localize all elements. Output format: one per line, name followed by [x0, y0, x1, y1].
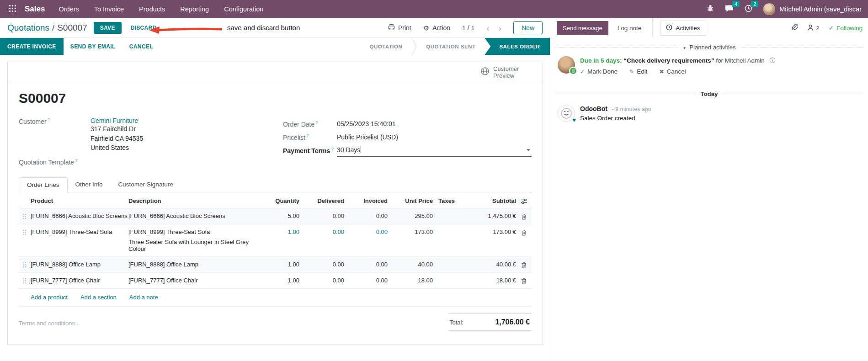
menu-orders[interactable]: Orders	[59, 5, 79, 13]
dropdown-caret-icon[interactable]	[527, 149, 530, 151]
drag-handle-icon[interactable]	[19, 212, 31, 219]
cell-product[interactable]: [FURN_6666] Acoustic Bloc Screens	[31, 212, 128, 219]
stage-quotation-sent[interactable]: QUOTATION SENT	[417, 38, 485, 55]
breadcrumb-quotations-link[interactable]: Quotations	[7, 23, 49, 32]
print-button[interactable]: Print	[388, 24, 411, 32]
order-date-field[interactable]: 05/25/2023 15:40:01	[337, 120, 395, 127]
pager-next-icon[interactable]: ›	[499, 24, 501, 32]
menu-to-invoice[interactable]: To Invoice	[94, 5, 124, 13]
check-icon: ✓	[829, 24, 834, 32]
new-button[interactable]: New	[513, 21, 543, 34]
log-note-button[interactable]: Log note	[616, 21, 644, 35]
following-button[interactable]: ✓ Following	[829, 24, 863, 32]
cell-subtotal: 1,475.00 €	[472, 212, 516, 219]
optional-columns-icon[interactable]	[516, 197, 532, 204]
action-button[interactable]: ⚙ Action	[423, 24, 450, 32]
payment-terms-field[interactable]: 30 Days	[337, 143, 532, 157]
col-description[interactable]: Description	[128, 197, 263, 204]
menu-reporting[interactable]: Reporting	[180, 5, 209, 13]
send-by-email-button[interactable]: SEND BY EMAIL	[64, 38, 122, 55]
col-unit-price[interactable]: Unit Price	[388, 197, 433, 204]
cell-quantity[interactable]: 1.00	[263, 277, 299, 284]
cell-description[interactable]: [FURN_8888] Office Lamp	[128, 261, 263, 268]
delete-row-icon[interactable]	[516, 212, 532, 220]
stage-sales-order[interactable]: SALES ORDER	[485, 38, 550, 55]
col-subtotal[interactable]: Subtotal	[472, 197, 516, 204]
cell-product[interactable]: [FURN_8888] Office Lamp	[31, 261, 128, 268]
delete-row-icon[interactable]	[516, 228, 532, 236]
cell-delivered[interactable]: 0.00	[299, 228, 344, 235]
col-delivered[interactable]: Delivered	[299, 197, 344, 204]
activities-clock-button[interactable]: 2	[745, 5, 752, 14]
customer-name-link[interactable]: Gemini Furniture	[91, 117, 143, 124]
attachments-button[interactable]	[791, 23, 798, 32]
cell-quantity[interactable]: 1.00	[263, 228, 299, 235]
delete-row-icon[interactable]	[516, 261, 532, 268]
customer-preview-button[interactable]: Customer Preview	[480, 65, 524, 79]
drag-handle-icon[interactable]	[19, 261, 31, 268]
notebook-tabs: Order Lines Other Info Customer Signatur…	[19, 177, 532, 192]
col-product[interactable]: Product	[31, 197, 128, 204]
message-author: OdooBot	[580, 105, 607, 112]
cell-unit-price[interactable]: 40.00	[388, 261, 433, 268]
col-taxes[interactable]: Taxes	[433, 197, 472, 204]
drag-handle-icon[interactable]	[19, 277, 31, 284]
cell-invoiced[interactable]: 0.00	[344, 212, 388, 219]
stage-quotation[interactable]: QUOTATION	[360, 38, 411, 55]
info-icon[interactable]: ⓘ	[769, 57, 775, 64]
cell-invoiced[interactable]: 0.00	[344, 228, 388, 235]
cell-invoiced[interactable]: 0.00	[344, 261, 388, 268]
cell-invoiced[interactable]: 0.00	[344, 277, 388, 284]
cell-product[interactable]: [FURN_7777] Office Chair	[31, 277, 128, 284]
planned-activity-item: Due in 5 days: “Check delivery requireme…	[550, 51, 868, 75]
edit-activity-button[interactable]: ✎Edit	[629, 68, 647, 75]
col-quantity[interactable]: Quantity	[263, 197, 299, 204]
mark-done-button[interactable]: ✓Mark Done	[580, 68, 618, 75]
add-a-section-link[interactable]: Add a section	[80, 294, 117, 301]
save-button[interactable]: SAVE	[94, 22, 122, 34]
user-menu[interactable]: Mitchell Admin (save_discar	[763, 3, 862, 15]
cell-subtotal: 18.00 €	[472, 277, 516, 284]
cell-description[interactable]: [FURN_7777] Office Chair	[128, 277, 263, 284]
cell-quantity[interactable]: 1.00	[263, 261, 299, 268]
tab-order-lines[interactable]: Order Lines	[19, 177, 68, 192]
activities-button[interactable]: Activities	[660, 21, 706, 36]
add-a-product-link[interactable]: Add a product	[31, 294, 68, 301]
send-message-button[interactable]: Send message	[557, 21, 608, 35]
followers-button[interactable]: 2	[807, 24, 819, 32]
discard-button[interactable]: DISCARD	[126, 22, 161, 34]
cell-unit-price[interactable]: 295.00	[388, 212, 433, 219]
cell-unit-price[interactable]: 18.00	[388, 277, 433, 284]
messages-button[interactable]: 4	[725, 5, 734, 14]
annotation-text: save and discard button	[227, 24, 300, 32]
cell-product[interactable]: [FURN_8999] Three-Seat Sofa	[31, 228, 128, 235]
table-row: [FURN_8999] Three-Seat Sofa [FURN_8999] …	[19, 224, 532, 257]
menu-products[interactable]: Products	[139, 5, 165, 13]
pager-previous-icon[interactable]: ‹	[486, 24, 489, 32]
cell-description[interactable]: [FURN_8999] Three-Seat Sofa Three Seater…	[128, 228, 263, 252]
cell-delivered[interactable]: 0.00	[299, 261, 344, 268]
tab-customer-signature[interactable]: Customer Signature	[111, 177, 181, 192]
cell-delivered[interactable]: 0.00	[299, 277, 344, 284]
cell-quantity[interactable]: 5.00	[263, 212, 299, 219]
planned-activities-header[interactable]: ▼Planned activities	[555, 44, 863, 51]
drag-handle-icon[interactable]	[19, 228, 31, 235]
tab-other-info[interactable]: Other Info	[68, 177, 111, 192]
debug-bug-icon[interactable]	[707, 5, 714, 14]
cancel-button[interactable]: CANCEL	[122, 38, 160, 55]
help-marker: ?	[306, 133, 309, 138]
create-invoice-button[interactable]: CREATE INVOICE	[0, 38, 64, 55]
terms-and-conditions-placeholder[interactable]: Terms and conditions...	[19, 313, 80, 331]
cell-description[interactable]: [FURN_6666] Acoustic Bloc Screens	[128, 212, 263, 219]
col-invoiced[interactable]: Invoiced	[344, 197, 388, 204]
delete-row-icon[interactable]	[516, 277, 532, 284]
add-a-note-link[interactable]: Add a note	[129, 294, 158, 301]
activity-assignee: for Mitchell Admin	[716, 57, 765, 64]
cancel-activity-button[interactable]: ✖Cancel	[659, 68, 686, 75]
cell-delivered[interactable]: 0.00	[299, 212, 344, 219]
menu-configuration[interactable]: Configuration	[224, 5, 263, 13]
cell-unit-price[interactable]: 173.00	[388, 228, 433, 235]
apps-menu-button[interactable]	[5, 0, 20, 18]
pricelist-field[interactable]: Public Pricelist (USD)	[337, 133, 398, 141]
app-name[interactable]: Sales	[25, 5, 45, 14]
